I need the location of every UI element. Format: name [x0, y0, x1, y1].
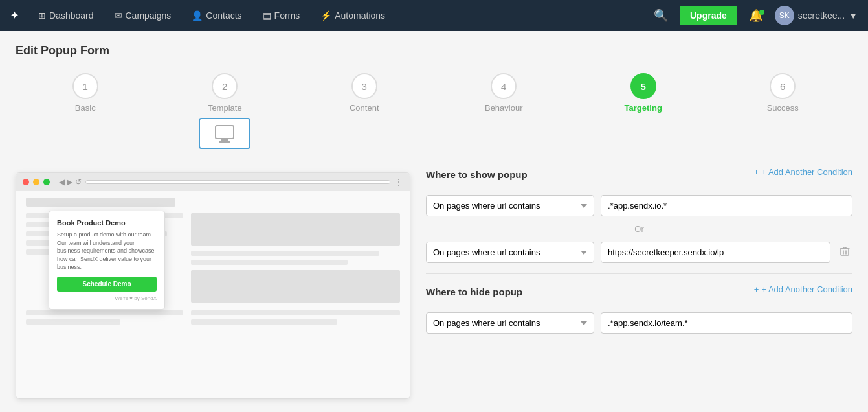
- show-section-title: Where to show popup: [426, 169, 528, 180]
- step-circle-5: 5: [630, 73, 656, 99]
- show-section-header: Where to show popup + + Add Another Cond…: [426, 167, 852, 190]
- show-condition-input-1[interactable]: [601, 195, 852, 216]
- add-show-condition-button[interactable]: + + Add Another Condition: [754, 167, 852, 177]
- automations-icon: ⚡: [320, 10, 331, 21]
- show-condition-row-2: On pages where url contains On pages whe…: [426, 242, 852, 263]
- svg-rect-1: [221, 139, 228, 141]
- show-condition-select-2[interactable]: On pages where url contains On pages whe…: [426, 242, 594, 263]
- hide-condition-input-1[interactable]: [601, 312, 852, 334]
- nav-dashboard[interactable]: ⊞ Dashboard: [30, 5, 102, 26]
- wizard-step-success[interactable]: 6 Success: [713, 73, 853, 113]
- section-divider: [426, 273, 852, 274]
- hide-section-title: Where to hide popup: [426, 286, 522, 297]
- popup-body-text: Setup a product demo with our team. Our …: [57, 231, 157, 271]
- chevron-down-icon: ▼: [849, 10, 858, 21]
- add-hide-condition-button[interactable]: + + Add Another Condition: [754, 284, 852, 294]
- nav-campaigns[interactable]: ✉ Campaigns: [107, 5, 179, 26]
- plus-icon-2: +: [754, 284, 759, 294]
- delete-show-condition-2-button[interactable]: [837, 244, 852, 262]
- right-column: Where to show popup + + Add Another Cond…: [426, 167, 852, 399]
- step-circle-4: 4: [491, 73, 517, 99]
- browser-url-bar: [85, 180, 390, 184]
- upgrade-button[interactable]: Upgrade: [680, 6, 737, 25]
- main-content: Edit Popup Form 1 Basic 2 Template: [0, 31, 868, 412]
- brand-icon: ✦: [10, 10, 19, 21]
- add-condition-label: + Add Another Condition: [761, 167, 852, 177]
- nav-contacts[interactable]: 👤 Contacts: [184, 5, 249, 26]
- add-hide-condition-label: + Add Another Condition: [761, 284, 852, 294]
- search-icon[interactable]: 🔍: [647, 8, 674, 23]
- browser-dot-green: [43, 179, 50, 185]
- step-circle-2: 2: [212, 73, 238, 99]
- nav-forms[interactable]: ▤ Forms: [255, 5, 308, 26]
- step-label-behaviour: Behaviour: [485, 103, 523, 113]
- monitor-icon: [205, 124, 244, 143]
- or-divider: Or: [426, 224, 852, 234]
- avatar: SK: [775, 6, 794, 25]
- step-label-template: Template: [208, 103, 242, 113]
- left-column: ◀ ▶ ↺ ⋮: [16, 167, 410, 399]
- browser-back-icon: ◀ ▶ ↺: [59, 177, 82, 187]
- wizard-step-basic[interactable]: 1 Basic: [16, 73, 155, 113]
- popup-footer: We're ♥ by SendX: [57, 295, 157, 301]
- hide-condition-select-1[interactable]: On pages where url contains On pages whe…: [426, 312, 594, 334]
- browser-menu-icon: ⋮: [394, 177, 403, 187]
- popup-title: Book Product Demo: [57, 219, 157, 227]
- show-condition-select-1[interactable]: On pages where url contains On pages whe…: [426, 195, 594, 216]
- user-menu[interactable]: SK secretkee... ▼: [775, 6, 858, 25]
- wizard-step-targeting[interactable]: 5 Targeting: [573, 73, 713, 113]
- wizard-step-template[interactable]: 2 Template: [155, 73, 295, 149]
- browser-dot-yellow: [33, 179, 39, 185]
- browser-content: Book Product Demo Setup a product demo w…: [16, 191, 410, 398]
- notification-dot: [759, 10, 764, 15]
- wizard-step-behaviour[interactable]: 4 Behaviour: [434, 73, 574, 113]
- browser-dot-red: [23, 179, 29, 185]
- wizard-steps: 1 Basic 2 Template: [16, 73, 852, 149]
- hide-section-header: Where to hide popup + + Add Another Cond…: [426, 284, 852, 307]
- step-circle-1: 1: [72, 73, 98, 99]
- contacts-icon: 👤: [192, 10, 203, 21]
- step-label-basic: Basic: [75, 103, 96, 113]
- svg-rect-3: [841, 249, 849, 255]
- popup-preview: Book Product Demo Setup a product demo w…: [49, 211, 165, 310]
- svg-rect-2: [219, 141, 230, 143]
- campaigns-icon: ✉: [115, 10, 122, 21]
- forms-icon: ▤: [263, 10, 271, 21]
- step-circle-3: 3: [351, 73, 377, 99]
- step-label-success: Success: [767, 103, 799, 113]
- step-circle-6: 6: [770, 73, 796, 99]
- template-preview-card[interactable]: [199, 118, 250, 149]
- nav-automations[interactable]: ⚡ Automations: [313, 5, 393, 26]
- plus-icon: +: [754, 167, 759, 177]
- page-title: Edit Popup Form: [16, 44, 852, 58]
- notifications-icon[interactable]: 🔔: [742, 8, 770, 23]
- browser-preview: ◀ ▶ ↺ ⋮: [16, 172, 410, 399]
- popup-cta-button[interactable]: Schedule Demo: [57, 277, 157, 292]
- dashboard-icon: ⊞: [38, 10, 46, 21]
- step-label-content: Content: [350, 103, 379, 113]
- brand-logo[interactable]: ✦: [10, 10, 19, 21]
- show-condition-input-2[interactable]: [601, 242, 830, 263]
- two-column-layout: ◀ ▶ ↺ ⋮: [16, 167, 852, 399]
- top-navigation: ✦ ⊞ Dashboard ✉ Campaigns 👤 Contacts ▤ F…: [0, 0, 868, 31]
- hide-condition-row-1: On pages where url contains On pages whe…: [426, 312, 852, 334]
- wizard-step-content[interactable]: 3 Content: [295, 73, 434, 113]
- step-label-targeting: Targeting: [625, 103, 662, 113]
- svg-rect-0: [216, 126, 234, 139]
- show-condition-row-1: On pages where url contains On pages whe…: [426, 195, 852, 216]
- username-label: secretkee...: [798, 10, 845, 21]
- browser-bar: ◀ ▶ ↺ ⋮: [16, 173, 410, 191]
